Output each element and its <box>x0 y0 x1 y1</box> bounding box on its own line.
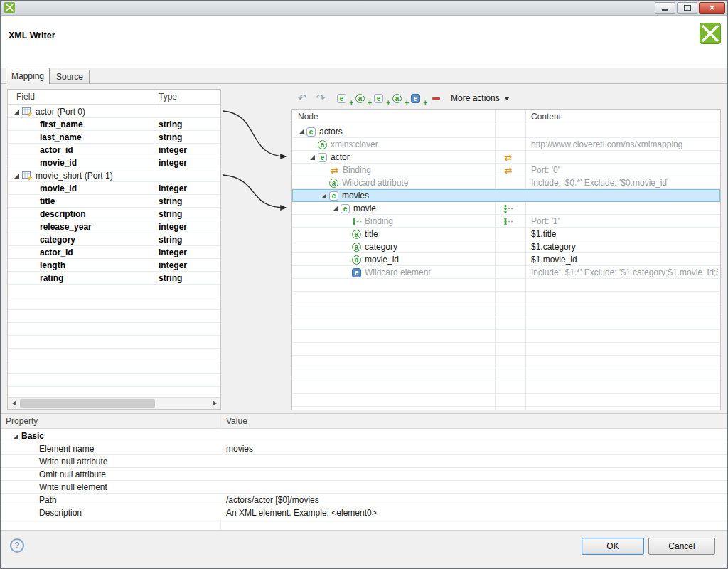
expand-triangle-icon[interactable] <box>298 129 306 135</box>
tree-row-movie-id[interactable]: amovie_id$1.movie_id <box>292 253 720 266</box>
tab-mapping[interactable]: Mapping <box>6 68 50 84</box>
property-column-header[interactable]: Property <box>6 416 38 426</box>
content-column-header[interactable]: Content <box>531 112 561 122</box>
fields-body: actor (Port 0)first_namestringlast_names… <box>8 105 220 397</box>
tree-row-wildcard-attribute[interactable]: aWildcard attributeInclude: '$0.*' Exclu… <box>292 176 720 189</box>
property-row-path[interactable]: Path/actors/actor [$0]/movies <box>0 494 728 506</box>
tree-row-xmlns-clover[interactable]: axmlns:cloverhttp://www.cloveretl.com/ns… <box>292 138 720 151</box>
fields-horizontal-scrollbar[interactable] <box>8 397 220 409</box>
node-content: $1.category <box>531 240 718 253</box>
property-label: Path <box>39 495 57 505</box>
expand-triangle-icon[interactable] <box>332 206 341 212</box>
element-icon: e <box>337 94 346 103</box>
scroll-right-icon[interactable] <box>208 398 220 409</box>
cancel-button[interactable]: Cancel <box>648 538 715 555</box>
property-row-write-null-element[interactable]: Write null element <box>0 481 728 494</box>
field-label: actor_id <box>40 145 73 155</box>
property-row-basic[interactable]: Basic <box>0 430 728 442</box>
property-row-description[interactable]: DescriptionAn XML element. Example: <ele… <box>0 506 728 519</box>
record-icon <box>22 171 33 181</box>
more-actions-button[interactable]: More actions <box>448 91 513 105</box>
field-row-title[interactable]: titlestring <box>8 195 220 208</box>
tree-row-binding[interactable]: ⇄Binding⇄Port: '0' <box>292 164 720 176</box>
redo-button[interactable]: ↷ <box>314 91 327 105</box>
expand-triangle-icon[interactable] <box>321 193 329 199</box>
field-row-movie-id[interactable]: movie_idinteger <box>8 156 220 169</box>
attribute-icon: a <box>352 230 361 239</box>
field-row-last-name[interactable]: last_namestring <box>8 131 220 144</box>
tree-row-wildcard-element[interactable]: eWildcard elementInclude: '$1.*' Exclude… <box>292 266 720 279</box>
node-content: http://www.cloveretl.com/ns/xmlmapping <box>531 138 718 151</box>
undo-button[interactable]: ↶ <box>296 91 309 105</box>
add-attribute-button[interactable]: a+ <box>355 91 368 105</box>
field-type: integer <box>159 184 187 193</box>
field-row-movie-id[interactable]: movie_idinteger <box>8 182 220 195</box>
node-label: Wildcard element <box>365 266 431 279</box>
field-type: string <box>159 196 182 206</box>
property-label: Element name <box>39 444 94 454</box>
field-row-release-year[interactable]: release_yearinteger <box>8 220 220 233</box>
expand-triangle-icon[interactable] <box>13 433 21 440</box>
property-row-omit-null-attribute[interactable]: Omit null attribute <box>0 468 728 481</box>
field-row-rating[interactable]: ratingstring <box>8 272 220 284</box>
tree-row-movie[interactable]: emovie <box>292 202 720 215</box>
field-row-first-name[interactable]: first_namestring <box>8 118 220 131</box>
help-icon[interactable]: ? <box>10 538 24 553</box>
field-row-actor-id[interactable]: actor_idinteger <box>8 144 220 156</box>
expand-triangle-icon[interactable] <box>14 109 22 115</box>
attribute-icon: a <box>318 140 327 149</box>
field-type: integer <box>159 222 187 232</box>
field-row-actor-id[interactable]: actor_idinteger <box>8 246 220 259</box>
field-label: length <box>40 260 65 270</box>
tree-row-title[interactable]: atitle$1.title <box>292 228 720 240</box>
field-type: string <box>159 209 182 219</box>
field-group-row-movie-short-port-1[interactable]: movie_short (Port 1) <box>8 169 220 182</box>
remove-button[interactable] <box>429 91 442 105</box>
property-row-element-name[interactable]: Element namemovies <box>0 442 728 455</box>
field-label: description <box>40 209 86 219</box>
tab-mapping-label: Mapping <box>11 71 44 81</box>
node-label: Binding <box>365 215 393 228</box>
scrollbar-thumb[interactable] <box>20 399 155 408</box>
tree-row-actor[interactable]: eactor⇄ <box>292 151 720 164</box>
titlebar[interactable]: × <box>0 0 728 16</box>
close-icon: × <box>710 3 715 12</box>
node-label: xmlns:clover <box>331 138 378 151</box>
clover-logo-icon <box>700 23 721 46</box>
field-group-row-actor-port-0[interactable]: actor (Port 0) <box>8 105 220 118</box>
ok-button[interactable]: OK <box>582 538 644 555</box>
field-label: first_name <box>40 119 83 129</box>
node-label: Wildcard attribute <box>342 176 408 189</box>
expand-triangle-icon[interactable] <box>309 154 318 161</box>
minimize-button[interactable] <box>655 2 675 14</box>
tab-source[interactable]: Source <box>50 70 90 83</box>
dialog-header: XML Writer <box>0 16 728 68</box>
scroll-left-icon[interactable] <box>8 398 20 409</box>
binding-icon: ⇄ <box>503 153 514 162</box>
tree-row-binding[interactable]: BindingPort: '1' <box>292 215 720 228</box>
close-button[interactable]: × <box>699 2 725 14</box>
node-content: Port: '0' <box>531 164 718 176</box>
tree-row-category[interactable]: acategory$1.category <box>292 240 720 253</box>
value-column-header[interactable]: Value <box>226 416 247 426</box>
tree-row-actors[interactable]: eactors <box>292 125 720 138</box>
expand-triangle-icon[interactable] <box>14 173 22 179</box>
add-element-button[interactable]: e+ <box>374 91 387 105</box>
add-wildcard-element-button[interactable]: e+ <box>411 91 424 105</box>
node-label: actors <box>319 125 343 138</box>
minimize-icon <box>662 9 668 11</box>
property-row-write-null-attribute[interactable]: Write null attribute <box>0 455 728 468</box>
tree-body: eactorsaxmlns:cloverhttp://www.cloveretl… <box>292 125 720 410</box>
field-column-header[interactable]: Field <box>16 92 35 102</box>
tree-row-movies[interactable]: emovies <box>292 189 720 202</box>
field-row-description[interactable]: descriptionstring <box>8 208 220 220</box>
element-icon: e <box>318 153 327 162</box>
maximize-button[interactable] <box>677 2 697 14</box>
field-row-category[interactable]: categorystring <box>8 233 220 246</box>
node-column-header[interactable]: Node <box>298 112 318 122</box>
add-wildcard-attribute-button[interactable]: a+ <box>392 91 405 105</box>
field-row-length[interactable]: lengthinteger <box>8 259 220 272</box>
type-column-header[interactable]: Type <box>159 92 177 102</box>
add-child-element-button[interactable]: e+ <box>337 91 350 105</box>
clover-app-icon <box>4 2 15 15</box>
